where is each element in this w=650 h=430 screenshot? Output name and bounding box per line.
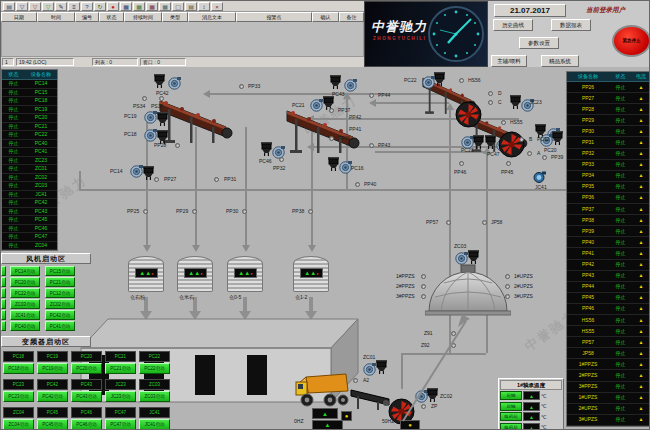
snail-icon[interactable] <box>532 171 546 183</box>
fan-start-button[interactable]: PC21启动 <box>45 277 75 287</box>
fan-start-button-stub[interactable] <box>1 277 6 287</box>
hopper-icon[interactable] <box>434 72 445 86</box>
device-row[interactable]: 1#UPZS停止▲ <box>567 393 650 404</box>
toolbar-icon-12[interactable]: ▦ <box>159 2 171 11</box>
toolbar-icon-16[interactable]: × <box>211 2 223 11</box>
fan-start-button[interactable]: ZC03启动 <box>10 299 40 309</box>
data-report-button[interactable]: 数据报表 <box>551 19 591 31</box>
toolbar-icon-9[interactable]: ▦ <box>120 2 132 11</box>
toolbar-icon-4[interactable]: ✎ <box>55 2 67 11</box>
fan-icon[interactable] <box>168 77 181 90</box>
device-row[interactable]: JP58停止▲ <box>567 348 650 359</box>
device-row[interactable]: 停止PC18 <box>2 97 57 106</box>
fan-start-button[interactable]: PC22启动 <box>10 288 40 298</box>
hopper-icon[interactable] <box>552 131 563 145</box>
device-row[interactable]: 停止PC40 <box>2 140 57 149</box>
fan-start-button-stub[interactable] <box>1 266 6 276</box>
alarm-column-0[interactable]: 日期 <box>1 12 37 22</box>
vfd-start-button[interactable]: PC23启动 <box>3 391 34 402</box>
vfd-start-button[interactable]: PC21启动 <box>105 363 136 374</box>
device-row[interactable]: PP43停止▲ <box>567 271 650 282</box>
device-row[interactable]: 停止PC20 <box>2 114 57 123</box>
device-row[interactable]: 停止ZC23 <box>2 157 57 166</box>
toolbar-icon-5[interactable]: ≡ <box>68 2 80 11</box>
device-row[interactable]: HS55停止▲ <box>567 326 650 337</box>
device-row[interactable]: 停止PC22 <box>2 131 57 140</box>
toolbar-icon-15[interactable]: ↕ <box>198 2 210 11</box>
device-row[interactable]: PP37停止▲ <box>567 204 650 215</box>
fan-icon[interactable] <box>344 79 357 92</box>
history-curve-button[interactable]: 历史曲线 <box>493 19 533 31</box>
fan-start-button[interactable]: PC12启动 <box>45 288 75 298</box>
toolbar-icon-1[interactable]: ▽ <box>16 2 28 11</box>
hopper-icon[interactable] <box>157 112 168 126</box>
fan-start-button[interactable]: ZC02启动 <box>45 299 75 309</box>
fan-start-button-stub[interactable] <box>1 321 6 331</box>
device-row[interactable]: 停止PC47 <box>2 233 57 242</box>
device-row[interactable]: PP45停止▲ <box>567 293 650 304</box>
device-row[interactable]: PP35停止▲ <box>567 182 650 193</box>
vfd-start-button[interactable]: JC23启动 <box>105 391 136 402</box>
alarm-list[interactable] <box>1 22 364 57</box>
device-row[interactable]: 停止JC41 <box>2 191 57 200</box>
hopper-icon[interactable] <box>510 95 521 109</box>
device-row[interactable]: 停止PC14 <box>2 80 57 89</box>
toolbar-icon-7[interactable]: ↻ <box>94 2 106 11</box>
device-row[interactable]: PP57停止▲ <box>567 337 650 348</box>
fan-start-button-stub[interactable] <box>1 288 6 298</box>
hopper-icon[interactable] <box>376 360 387 374</box>
device-row[interactable]: PP38停止▲ <box>567 215 650 226</box>
toolbar-icon-14[interactable]: ▤ <box>185 2 197 11</box>
device-row[interactable]: PP42停止▲ <box>567 260 650 271</box>
vfd-start-button[interactable]: PC46启动 <box>71 419 102 430</box>
fan-icon[interactable] <box>144 111 157 124</box>
device-row[interactable]: PP40停止▲ <box>567 237 650 248</box>
device-row[interactable]: PP44停止▲ <box>567 282 650 293</box>
fan-icon[interactable] <box>144 129 157 142</box>
hopper-icon[interactable] <box>328 157 339 171</box>
alarm-column-1[interactable]: 时间 <box>37 12 75 22</box>
device-row[interactable]: 2#PPZS停止▲ <box>567 370 650 381</box>
device-row[interactable]: 停止ZC02 <box>2 174 57 183</box>
device-row[interactable]: 停止PC42 <box>2 199 57 208</box>
vfd-start-button[interactable]: ZC03启动 <box>139 391 170 402</box>
crusher-icon[interactable] <box>455 101 482 128</box>
silo-2[interactable]: ▲▲● <box>177 256 213 292</box>
toolbar-icon-0[interactable]: ▤ <box>3 2 15 11</box>
alarm-column-6[interactable]: 消息文本 <box>188 12 236 22</box>
vfd-start-button[interactable]: PC42启动 <box>37 391 68 402</box>
crusher-icon[interactable] <box>498 131 525 158</box>
toolbar-icon-6[interactable]: ? <box>81 2 93 11</box>
vfd-start-button[interactable]: PC45启动 <box>37 419 68 430</box>
device-row[interactable]: 停止ZC03 <box>2 182 57 191</box>
toolbar-icon-13[interactable]: ▢ <box>172 2 184 11</box>
alarm-column-8[interactable]: 确认 <box>312 12 339 22</box>
feeder-conveyor[interactable] <box>349 386 391 416</box>
toolbar-icon-3[interactable]: ▽ <box>42 2 54 11</box>
device-row[interactable]: PP27停止▲ <box>567 93 650 104</box>
fan-start-button[interactable]: PC15启动 <box>45 266 75 276</box>
toolbar-icon-2[interactable]: ▽ <box>29 2 41 11</box>
device-row[interactable]: PP26停止▲ <box>567 82 650 93</box>
hopper-icon[interactable] <box>473 135 484 149</box>
device-row[interactable]: PP31停止▲ <box>567 137 650 148</box>
silo-4[interactable]: ▲▲● <box>293 256 329 292</box>
alarm-column-4[interactable]: 持续时间 <box>124 12 162 22</box>
device-row[interactable]: PP33停止▲ <box>567 160 650 171</box>
alarm-column-9[interactable]: 备注 <box>339 12 364 22</box>
device-row[interactable]: 2#UPZS停止▲ <box>567 404 650 415</box>
alarm-column-2[interactable]: 编号 <box>75 12 99 22</box>
fan-start-button[interactable]: PC40启动 <box>10 321 40 331</box>
vfd-start-button[interactable]: PC47启动 <box>105 419 136 430</box>
product-system-button[interactable]: 精品系统 <box>541 55 579 67</box>
device-row[interactable]: PP34停止▲ <box>567 171 650 182</box>
device-row[interactable]: 3#UPZS停止▲ <box>567 415 650 426</box>
hopper-icon[interactable] <box>261 142 272 156</box>
hopper-icon[interactable] <box>143 166 154 180</box>
device-row[interactable]: PP36停止▲ <box>567 193 650 204</box>
device-row[interactable]: 停止PC41 <box>2 148 57 157</box>
device-row[interactable]: 停止PC43 <box>2 208 57 217</box>
vfd-start-button[interactable]: PC19启动 <box>37 363 68 374</box>
device-row[interactable]: 停止ZC04 <box>2 242 57 251</box>
fan-start-button[interactable]: PC20启动 <box>10 277 40 287</box>
